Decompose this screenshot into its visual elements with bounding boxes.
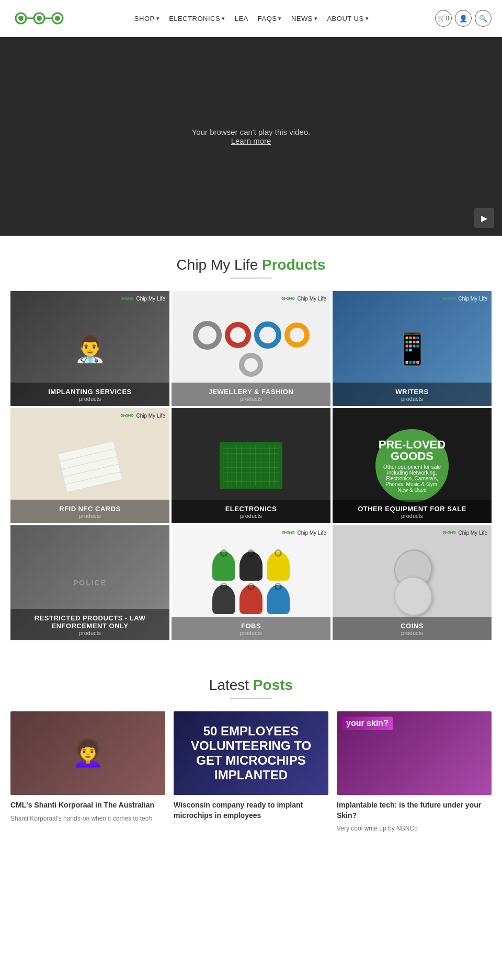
product-card-fobs[interactable]: Chip My Life FOBS products (172, 525, 330, 640)
post-title-1: CML's Shanti Korporaal in The Australian (10, 800, 165, 811)
svg-point-13 (132, 298, 133, 299)
preloved-title2: GOODS (391, 451, 433, 462)
preloved-sub: products (335, 513, 489, 519)
preloved-circle: PRE-LOVED GOODS Other equipment for sale… (375, 429, 449, 502)
preloved-title1: PRE-LOVED (379, 439, 446, 451)
electronics-label: ELECTRONICS products (172, 500, 330, 523)
product-card-rfid[interactable]: Chip My Life RFID NFC CARDS products (10, 408, 169, 523)
nav-electronics[interactable]: ELECTRONICS (169, 15, 225, 22)
implanting-sub: products (13, 396, 167, 402)
account-button[interactable]: 👤 (455, 10, 472, 27)
post-excerpt-3: Very cool write up by NBNCo (337, 824, 492, 833)
cml-label-implanting: Chip My Life (136, 296, 165, 302)
police-name: RESTRICTED PRODUCTS - LAW ENFORCEMENT ON… (13, 614, 167, 630)
fobs-sub: products (174, 630, 328, 636)
cml-label-rfid: Chip My Life (136, 413, 165, 419)
nav-faqs[interactable]: FAQS (258, 15, 282, 22)
products-title-plain: Chip My Life (177, 257, 258, 273)
post-thumb-2: 50 EMPLOYEES VOLUNTEERING TO GET MICROCH… (174, 711, 328, 795)
cml-logo-icon-f (281, 529, 295, 536)
post-card-3[interactable]: your skin? Implantable tech: is the futu… (337, 711, 492, 833)
svg-point-51 (449, 532, 450, 533)
cml-logo-icon-j (281, 295, 295, 302)
preloved-desc: Other equipment for sale including Netwo… (378, 464, 447, 493)
posts-section: Latest Posts 👩‍🦱 CML's Shanti Korporaal … (0, 651, 502, 849)
nav-news[interactable]: NEWS (291, 15, 318, 22)
cml-logo-icon (120, 295, 134, 302)
product-card-police[interactable]: POLICE RESTRICTED PRODUCTS - LAW ENFORCE… (10, 525, 169, 640)
cml-logo-icon-r (120, 412, 134, 419)
police-label: RESTRICTED PRODUCTS - LAW ENFORCEMENT ON… (10, 609, 169, 640)
writers-sub: products (335, 396, 489, 402)
cml-label-writers: Chip My Life (458, 296, 487, 302)
account-icon: 👤 (459, 15, 467, 22)
svg-point-53 (454, 532, 455, 533)
svg-point-33 (122, 415, 123, 416)
learn-more-link[interactable]: Learn more (231, 136, 271, 145)
svg-point-3 (37, 16, 42, 21)
nav-icons: 🛒 0 👤 🔍 (435, 10, 492, 27)
svg-point-45 (293, 532, 294, 533)
rfid-name: RFID NFC CARDS (13, 505, 167, 513)
fobs-name: FOBS (174, 622, 328, 630)
cart-count: 0 (446, 15, 449, 22)
nav-shop[interactable]: SHOP (134, 15, 159, 22)
posts-grid: 👩‍🦱 CML's Shanti Korporaal in The Austra… (10, 711, 492, 833)
svg-point-11 (127, 298, 128, 299)
cml-logo-icon-w (442, 295, 456, 302)
chip-my-life-logo-coins: Chip My Life (442, 529, 487, 536)
product-card-electronics[interactable]: ELECTRONICS products (172, 408, 330, 523)
rfid-label: RFID NFC CARDS products (10, 500, 169, 523)
video-play-button[interactable] (474, 208, 494, 228)
cml-label-fobs: Chip My Life (297, 530, 326, 536)
writers-label: WRITERS products (333, 383, 492, 406)
jewellery-label: JEWELLERY & FASHION products (172, 383, 330, 406)
search-icon: 🔍 (479, 15, 487, 22)
product-card-preloved[interactable]: PRE-LOVED GOODS Other equipment for sale… (333, 408, 492, 523)
posts-title-highlight: Posts (253, 677, 293, 693)
cml-label-jewellery: Chip My Life (297, 296, 326, 302)
site-logo[interactable] (10, 5, 68, 31)
svg-point-29 (454, 298, 455, 299)
cart-icon: 🛒 (438, 15, 446, 22)
logo-area[interactable] (10, 5, 68, 31)
rfid-sub: products (13, 513, 167, 519)
video-cant-play: Your browser can't play this video. (192, 128, 311, 136)
svg-point-49 (444, 532, 445, 533)
nav-lea[interactable]: LEA (235, 15, 248, 22)
posts-title: Latest Posts (10, 677, 492, 694)
jewellery-name: JEWELLERY & FASHION (174, 388, 328, 396)
post-title-3: Implantable tech: is the future under yo… (337, 800, 492, 821)
search-button[interactable]: 🔍 (475, 10, 492, 27)
posts-title-plain: Latest (209, 677, 249, 693)
writers-name: WRITERS (335, 388, 489, 396)
post-card-1[interactable]: 👩‍🦱 CML's Shanti Korporaal in The Austra… (10, 711, 165, 833)
svg-point-1 (18, 16, 24, 21)
hero-section: Your browser can't play this video. Lear… (0, 37, 502, 236)
product-grid: 👨‍⚕️ Chip My Life IMPLANTING SERVICES pr… (10, 291, 492, 640)
post-card-2[interactable]: 50 EMPLOYEES VOLUNTEERING TO GET MICROCH… (174, 711, 328, 833)
video-message: Your browser can't play this video. Lear… (192, 128, 311, 145)
posts-divider (230, 698, 272, 699)
preloved-name: OTHER EQUIPMENT FOR SALE (335, 505, 489, 513)
svg-point-43 (288, 532, 289, 533)
svg-point-37 (132, 415, 133, 416)
svg-point-41 (283, 532, 284, 533)
svg-point-19 (288, 298, 289, 299)
header: SHOP ELECTRONICS LEA FAQS NEWS ABOUT US … (0, 0, 502, 37)
product-card-implanting[interactable]: 👨‍⚕️ Chip My Life IMPLANTING SERVICES pr… (10, 291, 169, 406)
svg-point-9 (122, 298, 123, 299)
post-excerpt-1: Shanti Korporaal's hands-on when it come… (10, 814, 165, 823)
product-card-jewellery[interactable]: Chip My Life JEWELLERY & FASHION product… (172, 291, 330, 406)
electronics-name: ELECTRONICS (174, 505, 328, 513)
jewellery-sub: products (174, 396, 328, 402)
implanting-label: IMPLANTING SERVICES products (10, 383, 169, 406)
product-card-writers[interactable]: 📱 Chip My Life WRITERS products (333, 291, 492, 406)
chip-my-life-logo-fobs: Chip My Life (281, 529, 326, 536)
coins-sub: products (335, 630, 489, 636)
cart-button[interactable]: 🛒 0 (435, 10, 452, 27)
product-card-coins[interactable]: Chip My Life COINS products (333, 525, 492, 640)
fobs-label: FOBS products (172, 617, 330, 640)
nav-about[interactable]: ABOUT US (327, 15, 369, 22)
chip-my-life-logo-writers: Chip My Life (442, 295, 487, 302)
